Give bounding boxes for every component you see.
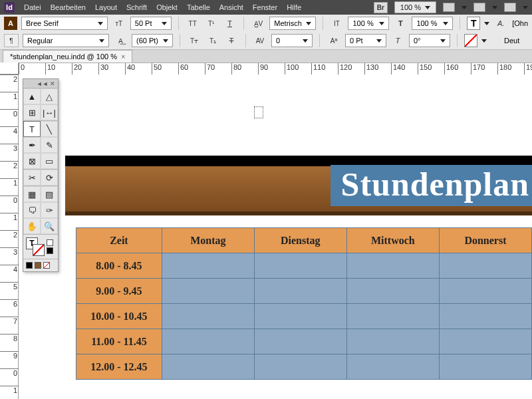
eyedropper-tool-icon[interactable]: ✑: [41, 202, 58, 218]
bridge-badge[interactable]: Br: [374, 2, 388, 13]
col-mittwoch[interactable]: Mittwoch: [346, 228, 439, 253]
pencil-tool-icon[interactable]: ✎: [41, 137, 58, 153]
chevron-down-icon: [462, 6, 467, 9]
menu-hilfe[interactable]: Hilfe: [287, 3, 301, 11]
kerning-icon: A̲V: [251, 17, 265, 30]
hand-tool-icon[interactable]: ✋: [23, 218, 41, 234]
apply-color-row: [23, 259, 58, 271]
menu-datei[interactable]: Datei: [24, 3, 41, 11]
fill-stroke-swatch[interactable]: [23, 235, 58, 259]
control-bar: A Bree Serif тT 50 Pt TT T¹ T A̲V Metris…: [0, 15, 532, 50]
menu-fenster[interactable]: Fenster: [253, 3, 277, 11]
tab-title: *stundenplan_neu.indd @ 100 %: [10, 53, 117, 61]
character-mode-button[interactable]: A: [4, 17, 17, 30]
table-row: 10.00 - 10.45: [76, 304, 532, 329]
stroke-none-button[interactable]: [464, 34, 477, 47]
menu-layout[interactable]: Layout: [95, 3, 117, 11]
table-row: 8.00 - 8.45: [76, 253, 532, 279]
hscale-icon: T: [393, 17, 408, 30]
note-tool-icon[interactable]: 🗨: [23, 202, 41, 218]
close-icon[interactable]: ×: [121, 53, 125, 61]
allcaps-icon[interactable]: TT: [186, 17, 200, 30]
apply-brown-icon[interactable]: [35, 262, 41, 269]
chevron-down-icon: [484, 22, 489, 25]
leading-icon: A͟: [113, 34, 128, 47]
horizontal-ruler[interactable]: 0102030405060708090100110120130140150160…: [19, 63, 532, 75]
text-cursor-icon: [254, 106, 263, 118]
tracking-select[interactable]: 0: [271, 34, 313, 47]
hscale-select[interactable]: 100 %: [412, 17, 453, 30]
default-fill-stroke-icon[interactable]: [47, 247, 53, 254]
col-donnerstag[interactable]: Donnerst: [439, 228, 531, 253]
vscale-icon: IT: [330, 17, 344, 30]
direct-selection-tool-icon[interactable]: △: [41, 88, 58, 104]
arrange-icon[interactable]: [504, 3, 516, 12]
paragraph-mode-button[interactable]: ¶: [4, 34, 19, 47]
font-family-select[interactable]: Bree Serif: [21, 17, 108, 30]
document-tab[interactable]: *stundenplan_neu.indd @ 100 % ×: [3, 50, 132, 63]
underline-icon[interactable]: T: [223, 17, 237, 30]
zoom-tool-icon[interactable]: 🔍: [41, 218, 58, 234]
page-tool-icon[interactable]: ⊞: [23, 104, 41, 120]
fill-color-button[interactable]: T: [467, 17, 480, 30]
gradient-feather-tool-icon[interactable]: ▨: [41, 186, 58, 202]
view-mode-icon[interactable]: [443, 3, 455, 12]
transform-tool-icon[interactable]: ⟳: [41, 170, 58, 186]
table-header-row: Zeit Montag Dienstag Mittwoch Donnerst: [76, 228, 532, 253]
document-canvas[interactable]: Stundenplan Zeit Montag Dienstag Mittwoc…: [19, 74, 532, 399]
zoom-level-select[interactable]: 100 %: [394, 1, 436, 13]
rect-frame-tool-icon[interactable]: ⊠: [23, 153, 41, 169]
doc-title-text[interactable]: Stundenplan: [331, 165, 532, 206]
leading-select[interactable]: (60 Pt): [132, 34, 173, 47]
skew-select[interactable]: 0°: [409, 34, 450, 47]
tools-panel[interactable]: ◄◄ ✕ ▲ △ ⊞ |↔| T ╲ ✒ ✎ ⊠ ▭ ✂ ⟳ ▦ ▨ 🗨 ✑ ✋…: [23, 78, 59, 272]
menu-objekt[interactable]: Objekt: [156, 3, 178, 11]
superscript-icon[interactable]: T¹: [204, 17, 219, 30]
menu-schrift[interactable]: Schrift: [126, 3, 147, 11]
type-tool-icon[interactable]: T: [23, 121, 41, 137]
char-style-label: [Ohn: [512, 19, 528, 27]
baseline-icon: Aª: [327, 34, 341, 47]
strikethrough-icon[interactable]: T: [224, 34, 239, 47]
subscript-icon[interactable]: T₁: [205, 34, 220, 47]
chevron-down-icon: [481, 39, 487, 43]
kerning-select[interactable]: Metrisch: [269, 17, 315, 30]
document-tab-strip: *stundenplan_neu.indd @ 100 % ×: [0, 50, 532, 63]
chevron-down-icon: [425, 6, 430, 9]
table-row: 11.00 - 11.45: [76, 329, 532, 354]
vertical-ruler[interactable]: 2104321012345678901: [0, 74, 19, 399]
menu-tabelle[interactable]: Tabelle: [187, 3, 210, 11]
gap-tool-icon[interactable]: |↔|: [41, 104, 58, 120]
baseline-select[interactable]: 0 Pt: [345, 34, 386, 47]
menu-bearbeiten[interactable]: Bearbeiten: [51, 3, 86, 11]
selection-tool-icon[interactable]: ▲: [23, 88, 41, 104]
font-size-select[interactable]: 50 Pt: [130, 17, 172, 30]
ruler-corner: [0, 63, 19, 74]
font-size-icon: тT: [112, 17, 126, 30]
tracking-icon: AV: [253, 34, 267, 47]
gradient-swatch-tool-icon[interactable]: ▦: [23, 186, 41, 202]
screen-mode-icon[interactable]: [473, 3, 485, 12]
col-dienstag[interactable]: Dienstag: [254, 228, 346, 253]
table-row: 12.00 - 12.45: [76, 354, 532, 380]
char-style-icon: A.: [493, 17, 508, 30]
timetable[interactable]: Zeit Montag Dienstag Mittwoch Donnerst 8…: [76, 227, 532, 380]
swap-fill-stroke-icon[interactable]: [47, 239, 53, 246]
apply-black-icon[interactable]: [26, 262, 33, 269]
tools-panel-header[interactable]: ◄◄ ✕: [23, 79, 58, 88]
apply-none-icon[interactable]: [43, 262, 50, 269]
smallcaps-icon[interactable]: Tᴛ: [187, 34, 201, 47]
col-zeit[interactable]: Zeit: [76, 228, 162, 253]
line-tool-icon[interactable]: ╲: [41, 121, 58, 137]
rect-tool-icon[interactable]: ▭: [41, 153, 58, 169]
col-montag[interactable]: Montag: [162, 228, 254, 253]
app-menu-bar: Id Datei Bearbeiten Layout Schrift Objek…: [0, 0, 532, 15]
pen-tool-icon[interactable]: ✒: [23, 137, 41, 153]
font-weight-select[interactable]: Regular: [23, 34, 109, 47]
chevron-down-icon: [98, 22, 103, 25]
appbar-right: Br 100 %: [374, 1, 528, 13]
scissors-tool-icon[interactable]: ✂: [23, 170, 41, 186]
vscale-select[interactable]: 100 %: [348, 17, 389, 30]
menu-ansicht[interactable]: Ansicht: [219, 3, 243, 11]
table-row: 9.00 - 9.45: [76, 279, 532, 304]
